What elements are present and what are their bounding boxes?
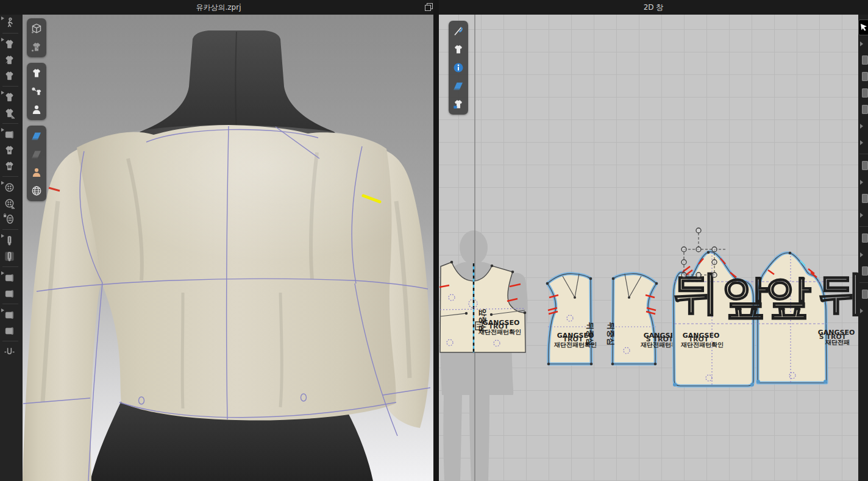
titlebar-3d: 유카상의.zprj bbox=[0, 0, 437, 15]
toolbar-separator bbox=[2, 86, 18, 87]
pattern-piece-back-left[interactable]: 뒤중심 GANGSEO TROT 재단전패턴확인 bbox=[546, 274, 597, 365]
partial-tool-8[interactable] bbox=[858, 263, 868, 279]
toolbar-separator bbox=[2, 229, 18, 230]
edit-sewing-needle-icon[interactable] bbox=[450, 23, 466, 39]
avatar-walk-icon[interactable] bbox=[0, 15, 18, 30]
toolbar-filler bbox=[18, 15, 23, 481]
textured-garment-icon[interactable] bbox=[29, 39, 44, 55]
svg-text:재단전패: 재단전패 bbox=[825, 339, 850, 346]
show-arrangement-points-icon[interactable] bbox=[29, 84, 44, 99]
partial-tool-6[interactable] bbox=[858, 190, 868, 207]
toolbar-3d-group-show bbox=[27, 63, 46, 120]
select-cursor-icon[interactable] bbox=[858, 20, 868, 35]
pattern-information-icon[interactable] bbox=[450, 60, 466, 76]
sewing-garment-1-icon[interactable] bbox=[0, 36, 18, 52]
svg-text:재단전패턴확인: 재단전패턴확인 bbox=[478, 329, 521, 335]
left-tool-column bbox=[0, 15, 18, 481]
toolbar-3d-group-fabric bbox=[27, 126, 46, 201]
toolbar-separator bbox=[2, 33, 18, 34]
partial-tool-9[interactable] bbox=[858, 286, 868, 302]
tool-flyout-3[interactable] bbox=[858, 134, 868, 151]
titlebar-2d: 2D 창 bbox=[439, 0, 868, 15]
partial-tool-1[interactable] bbox=[858, 52, 868, 68]
toolbar-separator bbox=[2, 176, 18, 177]
project-title: 유카상의.zprj bbox=[196, 2, 241, 13]
fabric-back-side-icon[interactable] bbox=[29, 146, 44, 162]
lock-pattern-icon[interactable] bbox=[450, 96, 466, 112]
restore-window-icon[interactable] bbox=[425, 3, 432, 10]
sewing-garment-3-icon[interactable] bbox=[0, 68, 18, 84]
partial-tool-7[interactable] bbox=[858, 230, 868, 246]
view-cube-icon[interactable] bbox=[29, 21, 44, 37]
partial-tool-2[interactable] bbox=[858, 68, 868, 85]
svg-text:재단전패턴확인: 재단전패턴확인 bbox=[680, 341, 724, 348]
toolbar-separator bbox=[2, 266, 18, 267]
zipper-item-icon[interactable] bbox=[0, 248, 18, 264]
fold-arrangement-icon[interactable] bbox=[0, 126, 18, 142]
viewport-2d[interactable]: 앞중심 GANGSEO TROT 재단전패턴확인 bbox=[439, 15, 858, 481]
button-item-icon[interactable] bbox=[0, 195, 18, 211]
right-tool-column bbox=[858, 15, 868, 481]
texture-shirt-2-icon[interactable] bbox=[0, 158, 18, 174]
arrange-garment-1-icon[interactable] bbox=[0, 89, 18, 105]
tool-flyout-6[interactable] bbox=[858, 246, 868, 263]
toolbar-3d-group-view bbox=[27, 18, 46, 57]
center-back-label-right: 뒤중심 bbox=[607, 322, 616, 346]
fabric-roll-2-icon[interactable] bbox=[0, 285, 18, 301]
pattern-piece-back-right[interactable]: 뒤중심 GANGSEO S TROT 재단전패턴확인 bbox=[607, 274, 683, 365]
show-avatar-icon[interactable] bbox=[29, 102, 44, 118]
partial-tool-5[interactable] bbox=[858, 157, 868, 174]
fabric-front-side-2d-icon[interactable] bbox=[450, 78, 466, 94]
2d-window-title: 2D 창 bbox=[644, 2, 664, 13]
buttonhole-item-icon[interactable] bbox=[0, 211, 18, 227]
show-garment-icon[interactable] bbox=[29, 65, 44, 81]
fabric-roll-3-icon[interactable] bbox=[0, 307, 18, 322]
arrange-garment-2-icon[interactable] bbox=[0, 105, 18, 121]
trim-tool-icon[interactable] bbox=[0, 344, 18, 360]
svg-text:뒤: 뒤 bbox=[818, 265, 858, 319]
svg-text:재단전패턴확인: 재단전패턴확인 bbox=[553, 341, 597, 348]
tool-flyout-2[interactable] bbox=[858, 118, 868, 134]
fabric-front-side-icon[interactable] bbox=[29, 128, 44, 144]
clo3d-window: 유카상의.zprj 2D 창 bbox=[0, 0, 868, 481]
toolbar-separator bbox=[2, 341, 18, 341]
zipper-place-icon[interactable] bbox=[0, 232, 18, 248]
tool-flyout-7[interactable] bbox=[858, 302, 868, 319]
partial-tool-3[interactable] bbox=[858, 85, 868, 101]
fabric-roll-1-icon[interactable] bbox=[0, 269, 18, 285]
tool-flyout-1[interactable] bbox=[858, 35, 868, 52]
texture-shirt-1-icon[interactable] bbox=[0, 142, 18, 158]
skin-offset-icon[interactable] bbox=[29, 165, 44, 180]
toolbar-separator bbox=[2, 304, 18, 304]
show-pattern-icon[interactable] bbox=[450, 41, 466, 57]
sewing-garment-2-icon[interactable] bbox=[0, 52, 18, 68]
partial-tool-4[interactable] bbox=[858, 101, 868, 118]
toolbar-2d-floating bbox=[449, 21, 468, 115]
svg-text:앞: 앞 bbox=[722, 269, 768, 324]
toolbar-3d-floating bbox=[27, 18, 46, 201]
button-place-icon[interactable] bbox=[0, 179, 18, 195]
tool-flyout-5[interactable] bbox=[858, 207, 868, 223]
fabric-roll-4-icon[interactable] bbox=[0, 322, 18, 338]
tool-flyout-4[interactable] bbox=[858, 174, 868, 190]
viewport-3d[interactable] bbox=[23, 15, 433, 481]
svg-text:앞: 앞 bbox=[765, 269, 811, 324]
show-globe-icon[interactable] bbox=[29, 183, 44, 199]
panel-divider[interactable] bbox=[433, 0, 439, 481]
toolbar-separator bbox=[2, 123, 18, 124]
